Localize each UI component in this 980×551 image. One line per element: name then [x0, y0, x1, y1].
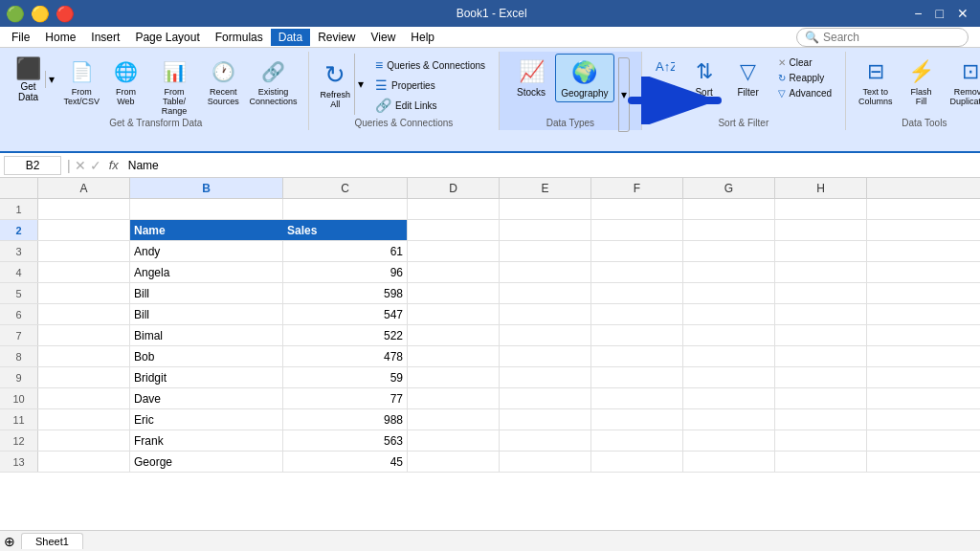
cell-c12[interactable]: 563: [283, 430, 408, 451]
cell-h4[interactable]: [775, 262, 867, 282]
cell-g5[interactable]: [683, 283, 775, 303]
cell-g6[interactable]: [683, 304, 775, 324]
cell-f6[interactable]: [591, 304, 683, 324]
cell-c10[interactable]: 77: [283, 388, 408, 408]
cell-a1[interactable]: [38, 199, 130, 219]
cell-b3[interactable]: Andy: [130, 241, 283, 261]
row-num-3[interactable]: 3: [0, 241, 38, 261]
cell-f1[interactable]: [591, 199, 683, 219]
cell-f11[interactable]: [591, 409, 683, 430]
cell-g9[interactable]: [683, 367, 775, 387]
cell-c8[interactable]: 478: [283, 346, 408, 366]
cell-a6[interactable]: [38, 304, 130, 324]
menu-page-layout[interactable]: Page Layout: [127, 29, 207, 46]
row-num-13[interactable]: 13: [0, 452, 38, 472]
cell-h7[interactable]: [775, 325, 867, 345]
cell-c3[interactable]: 61: [283, 241, 408, 261]
cell-e11[interactable]: [500, 409, 591, 430]
cell-a10[interactable]: [38, 388, 130, 408]
row-num-9[interactable]: 9: [0, 367, 38, 387]
cell-e3[interactable]: [500, 241, 591, 261]
row-num-7[interactable]: 7: [0, 325, 38, 345]
cell-b9[interactable]: Bridgit: [130, 367, 283, 387]
cell-f13[interactable]: [591, 452, 683, 472]
recent-sources-btn[interactable]: 🕐 RecentSources: [204, 54, 243, 109]
refresh-all-btn[interactable]: ↻ RefreshAll ▾: [317, 54, 367, 115]
cell-f2[interactable]: [591, 220, 683, 240]
existing-connections-btn[interactable]: 🔗 ExistingConnections: [246, 54, 300, 109]
sort-az-btn[interactable]: A↑Z: [650, 55, 680, 77]
cell-b6[interactable]: Bill: [130, 304, 283, 324]
cell-f12[interactable]: [591, 430, 683, 451]
cell-c1[interactable]: [283, 199, 408, 219]
cell-g12[interactable]: [683, 430, 775, 451]
menu-home[interactable]: Home: [37, 29, 83, 46]
cell-d8[interactable]: [408, 346, 500, 366]
from-table-range-btn[interactable]: 📊 From Table/Range: [148, 54, 200, 119]
cell-g3[interactable]: [683, 241, 775, 261]
cell-d6[interactable]: [408, 304, 500, 324]
cell-c7[interactable]: 522: [283, 325, 408, 345]
sheet-tab-1[interactable]: Sheet1: [21, 533, 83, 549]
cell-f10[interactable]: [591, 388, 683, 408]
row-num-4[interactable]: 4: [0, 262, 38, 282]
cell-f4[interactable]: [591, 262, 683, 282]
edit-links-btn[interactable]: 🔗 Edit Links: [369, 96, 491, 115]
row-num-8[interactable]: 8: [0, 346, 38, 366]
geography-btn[interactable]: 🌍 Geography: [555, 54, 613, 102]
search-input[interactable]: [823, 31, 947, 44]
row-num-12[interactable]: 12: [0, 430, 38, 451]
cell-e1[interactable]: [500, 199, 591, 219]
cell-f7[interactable]: [591, 325, 683, 345]
cell-f3[interactable]: [591, 241, 683, 261]
stocks-btn[interactable]: 📈 Stocks: [511, 54, 551, 100]
row-num-1[interactable]: 1: [0, 199, 38, 219]
cell-h9[interactable]: [775, 367, 867, 387]
cell-f9[interactable]: [591, 367, 683, 387]
cell-e7[interactable]: [500, 325, 591, 345]
cell-c5[interactable]: 598: [283, 283, 408, 303]
cell-h8[interactable]: [775, 346, 867, 366]
col-header-c[interactable]: C: [283, 178, 408, 198]
menu-help[interactable]: Help: [403, 29, 442, 46]
cell-h12[interactable]: [775, 430, 867, 451]
cell-e2[interactable]: [500, 220, 591, 240]
remove-duplicates-btn[interactable]: ⊡ RemoveDuplicates: [946, 54, 980, 109]
cell-a3[interactable]: [38, 241, 130, 261]
properties-btn[interactable]: ☰ Properties: [369, 76, 491, 95]
col-header-d[interactable]: D: [408, 178, 500, 198]
col-header-h[interactable]: H: [775, 178, 867, 198]
cell-b10[interactable]: Dave: [130, 388, 283, 408]
cell-a9[interactable]: [38, 367, 130, 387]
cell-g8[interactable]: [683, 346, 775, 366]
ribbon-search-box[interactable]: 🔍: [796, 28, 969, 47]
cell-c9[interactable]: 59: [283, 367, 408, 387]
add-sheet-btn[interactable]: ⊕: [4, 534, 15, 549]
cell-g4[interactable]: [683, 262, 775, 282]
cell-c2[interactable]: Sales: [283, 220, 408, 240]
cell-a5[interactable]: [38, 283, 130, 303]
cell-d7[interactable]: [408, 325, 500, 345]
sort-btn[interactable]: ⇅ Sort: [684, 54, 724, 100]
menu-insert[interactable]: Insert: [83, 29, 127, 46]
cell-b13[interactable]: George: [130, 452, 283, 472]
cell-g10[interactable]: [683, 388, 775, 408]
refresh-all-dropdown[interactable]: ▾: [354, 54, 366, 115]
cell-a7[interactable]: [38, 325, 130, 345]
cell-h1[interactable]: [775, 199, 867, 219]
queries-connections-btn[interactable]: ≡ Queries & Connections: [369, 55, 491, 75]
cell-e5[interactable]: [500, 283, 591, 303]
col-header-g[interactable]: G: [683, 178, 775, 198]
cell-g13[interactable]: [683, 452, 775, 472]
get-data-btn[interactable]: ⬛ GetData ▾: [11, 54, 56, 105]
cell-c11[interactable]: 988: [283, 409, 408, 430]
col-header-e[interactable]: E: [500, 178, 591, 198]
close-btn[interactable]: ✕: [951, 6, 974, 21]
col-header-a[interactable]: A: [38, 178, 130, 198]
cell-d5[interactable]: [408, 283, 500, 303]
cell-b8[interactable]: Bob: [130, 346, 283, 366]
cell-h13[interactable]: [775, 452, 867, 472]
cell-h2[interactable]: [775, 220, 867, 240]
cell-h6[interactable]: [775, 304, 867, 324]
cell-g7[interactable]: [683, 325, 775, 345]
